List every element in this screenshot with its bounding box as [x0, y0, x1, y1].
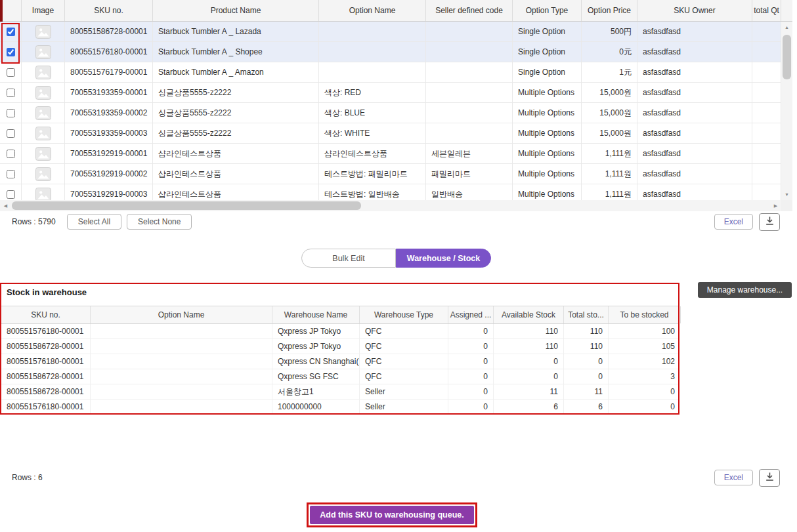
- row-select-checkbox[interactable]: [7, 109, 15, 117]
- warehouse-cell: [91, 339, 272, 354]
- tab-warehouse-stock[interactable]: Warehouse / Stock: [396, 249, 491, 268]
- image-placeholder-icon: [35, 127, 51, 140]
- warehouse-table-row[interactable]: 800551586728-00001서울창고1Seller011110: [1, 384, 678, 399]
- sku-cell: [752, 22, 781, 41]
- warehouse-table-header: SKU no.Option NameWarehouse NameWarehous…: [1, 306, 678, 324]
- warehouse-download-button[interactable]: [759, 469, 780, 487]
- scroll-down-icon[interactable]: ▼: [781, 189, 792, 200]
- sku-cell: 싱글상품5555-z2222: [153, 123, 319, 143]
- warehouse-cell: QFC: [360, 369, 448, 384]
- warehouse-cell: [91, 369, 272, 384]
- sku-cell: [752, 83, 781, 102]
- scroll-left-icon[interactable]: ◀: [0, 200, 11, 211]
- row-select-checkbox[interactable]: [7, 190, 15, 199]
- sku-table-row[interactable]: 700553192919-00001샵라인테스트상품샵라인테스트상품세븐일레븐M…: [0, 144, 781, 164]
- sku-cell: 700553192919-00001: [65, 144, 153, 163]
- sku-table-row[interactable]: 700553193359-00003싱글상품5555-z2222색상: WHIT…: [0, 123, 781, 144]
- warehouse-table-row[interactable]: 800551586728-00001Qxpress JP TokyoQFC011…: [1, 339, 678, 354]
- sku-column-header: Seller defined code: [426, 0, 513, 21]
- warehouse-cell: 0: [609, 384, 678, 399]
- sku-cell: 패밀리마트: [426, 164, 513, 184]
- sku-column-header: Product Name: [153, 0, 319, 21]
- sku-table-row[interactable]: 800551576179-00001Starbuck Tumbler A _ A…: [0, 62, 781, 83]
- horizontal-scrollbar: ◀ ▶: [0, 200, 781, 211]
- warehouse-cell: 0: [448, 384, 494, 399]
- row-select-checkbox[interactable]: [7, 28, 15, 36]
- vertical-scrollbar-thumb[interactable]: [783, 35, 791, 79]
- tab-bulk-edit[interactable]: Bulk Edit: [301, 249, 396, 268]
- row-select-checkbox[interactable]: [7, 68, 15, 77]
- warehouse-table-body: 800551576180-00001Qxpress JP TokyoQFC011…: [1, 324, 678, 413]
- image-placeholder-icon: [35, 45, 51, 59]
- sku-cell: [426, 62, 513, 82]
- sku-cell: 800551576180-00001: [65, 42, 153, 62]
- sku-cell: [0, 83, 22, 102]
- row-select-checkbox[interactable]: [7, 129, 15, 138]
- sku-cell: 싱글상품5555-z2222: [153, 103, 319, 123]
- sku-cell: 일반배송: [426, 184, 513, 200]
- warehouse-table-row[interactable]: 800551576180-00001Qxpress CN Shanghai(..…: [1, 354, 678, 369]
- sku-table-row[interactable]: 700553192919-00002샵라인테스트상품테스트방법: 패밀리마트패밀…: [0, 164, 781, 184]
- sku-cell: [0, 123, 22, 143]
- manage-warehouse-button[interactable]: Manage warehouse...: [698, 282, 792, 298]
- sku-table-row[interactable]: 700553192919-00003샵라인테스트상품테스트방법: 일반배송일반배…: [0, 184, 781, 200]
- sku-table-row[interactable]: 800551576180-00001Starbuck Tumbler A _ S…: [0, 42, 781, 62]
- sku-cell: [0, 42, 22, 62]
- sku-cell: 800551576179-00001: [65, 62, 153, 82]
- image-placeholder-icon: [35, 66, 51, 79]
- sku-cell: [319, 22, 426, 41]
- warehouse-cell: 3: [609, 369, 678, 384]
- warehouse-column-header: Assigned ...: [448, 306, 494, 323]
- warehouse-table-row[interactable]: 800551576180-000011000000000Seller0660: [1, 399, 678, 413]
- warehouse-cell: 800551586728-00001: [1, 384, 91, 399]
- sku-cell: [0, 22, 22, 41]
- row-select-checkbox[interactable]: [7, 48, 15, 56]
- sku-cell: [22, 184, 65, 200]
- warehouse-cell: Seller: [360, 399, 448, 413]
- excel-export-button[interactable]: Excel: [714, 214, 753, 230]
- sku-cell: [426, 123, 513, 143]
- sku-cell: [22, 62, 65, 82]
- scroll-right-icon[interactable]: ▶: [770, 200, 781, 211]
- sku-cell: 700553193359-00001: [65, 83, 153, 102]
- sku-table-row[interactable]: 700553193359-00002싱글상품5555-z2222색상: BLUE…: [0, 103, 781, 123]
- sku-table-row[interactable]: 800551586728-00001Starbuck Tumbler A _ L…: [0, 22, 781, 42]
- warehouse-cell: 800551586728-00001: [1, 369, 91, 384]
- sku-cell: Single Option: [513, 62, 582, 82]
- sku-cell: asfasdfasd: [637, 184, 752, 200]
- stock-in-warehouse-panel: Stock in warehouse SKU no.Option NameWar…: [0, 283, 679, 415]
- sku-cell: [426, 83, 513, 102]
- warehouse-cell: 0: [494, 354, 564, 369]
- sku-cell: [22, 42, 65, 62]
- sku-cell: Multiple Options: [513, 144, 582, 163]
- sku-cell: [752, 62, 781, 82]
- row-select-checkbox[interactable]: [7, 170, 15, 178]
- row-select-checkbox[interactable]: [7, 150, 15, 158]
- sku-cell: [752, 144, 781, 163]
- warehouse-table-row[interactable]: 800551576180-00001Qxpress JP TokyoQFC011…: [1, 324, 678, 339]
- download-button[interactable]: [759, 213, 780, 231]
- warehouse-cell: 11: [564, 384, 609, 399]
- warehouse-table-row[interactable]: 800551586728-00001Qxpress SG FSCQFC0003: [1, 369, 678, 384]
- sku-cell: 15,000원: [582, 103, 637, 123]
- warehouse-cell: 1000000000: [272, 399, 360, 413]
- select-all-button[interactable]: Select All: [67, 214, 121, 230]
- select-none-button[interactable]: Select None: [127, 214, 192, 230]
- sku-cell: 700553192919-00003: [65, 184, 153, 200]
- warehouse-excel-export-button[interactable]: Excel: [714, 470, 753, 485]
- image-placeholder-icon: [35, 86, 51, 100]
- warehouse-cell: 102: [609, 354, 678, 369]
- sku-cell: 색상: RED: [319, 83, 426, 102]
- sku-cell: 샵라인테스트상품: [153, 144, 319, 163]
- warehouse-column-header: SKU no.: [1, 306, 91, 323]
- sku-cell: [752, 123, 781, 143]
- row-select-checkbox[interactable]: [7, 89, 15, 97]
- sku-cell: 테스트방법: 일반배송: [319, 184, 426, 200]
- sku-cell: 500円: [582, 22, 637, 41]
- add-to-warehousing-queue-button[interactable]: Add this SKU to warehousing queue.: [310, 506, 474, 524]
- scroll-up-icon[interactable]: ▲: [781, 22, 792, 33]
- sku-table-row[interactable]: 700553193359-00001싱글상품5555-z2222색상: REDM…: [0, 83, 781, 103]
- horizontal-scrollbar-thumb[interactable]: [12, 201, 361, 210]
- sku-cell: [22, 164, 65, 184]
- sku-cell: 800551586728-00001: [65, 22, 153, 41]
